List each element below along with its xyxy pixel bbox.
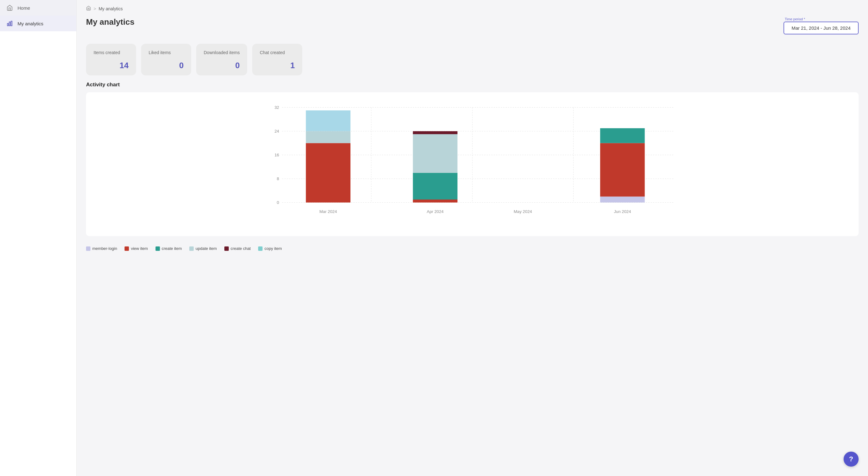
legend-item-view-item: view item bbox=[125, 246, 148, 251]
stat-value-chat-created: 1 bbox=[260, 61, 295, 70]
breadcrumb-current: My analytics bbox=[99, 6, 123, 11]
bar-jun-member-login bbox=[600, 197, 645, 203]
chart-container: 32 24 16 8 0 bbox=[86, 92, 859, 236]
help-button[interactable]: ? bbox=[844, 452, 859, 467]
legend-item-update-item: update item bbox=[189, 246, 217, 251]
chart-section: Activity chart 32 24 16 8 0 bbox=[77, 82, 868, 242]
chart-legend: member-login view item create item updat… bbox=[77, 242, 868, 253]
svg-text:24: 24 bbox=[274, 129, 279, 133]
stat-card-chat-created: Chat created 1 bbox=[252, 44, 302, 75]
legend-item-create-item: create item bbox=[156, 246, 182, 251]
legend-label-member-login: member-login bbox=[92, 246, 117, 251]
legend-color-member-login bbox=[86, 247, 90, 251]
stats-row: Items created 14 Liked items 0 Downloade… bbox=[77, 41, 868, 82]
home-icon bbox=[6, 4, 13, 11]
breadcrumb-separator: > bbox=[94, 6, 96, 11]
page-title: My analytics bbox=[86, 17, 134, 27]
stat-value-downloaded-items: 0 bbox=[204, 61, 240, 70]
stat-value-items-created: 14 bbox=[94, 61, 129, 70]
legend-item-member-login: member-login bbox=[86, 246, 117, 251]
svg-text:Jun 2024: Jun 2024 bbox=[614, 209, 631, 214]
legend-color-view-item bbox=[125, 247, 129, 251]
svg-text:0: 0 bbox=[277, 200, 279, 205]
bar-apr-create-chat bbox=[413, 131, 458, 134]
bar-apr-view-item bbox=[413, 199, 458, 203]
bar-apr-update-item bbox=[413, 134, 458, 173]
page-header: My analytics Time period * Mar 21, 2024 … bbox=[77, 15, 868, 41]
bar-apr-create-item bbox=[413, 173, 458, 200]
stat-label-downloaded-items: Downloaded items bbox=[204, 50, 240, 55]
bar-mar-create-item bbox=[306, 110, 351, 131]
svg-text:Apr 2024: Apr 2024 bbox=[427, 209, 444, 214]
svg-rect-0 bbox=[7, 24, 8, 26]
main-content: > My analytics My analytics Time period … bbox=[77, 0, 868, 476]
time-period-selector[interactable]: Mar 21, 2024 - Jun 28, 2024 bbox=[783, 22, 859, 34]
legend-label-copy-item: copy item bbox=[265, 246, 282, 251]
svg-text:Mar 2024: Mar 2024 bbox=[319, 209, 337, 214]
time-period-label: Time period * bbox=[783, 17, 805, 21]
stat-value-liked-items: 0 bbox=[149, 61, 184, 70]
legend-label-create-chat: create chat bbox=[230, 246, 251, 251]
sidebar-item-my-analytics-label: My analytics bbox=[18, 21, 43, 26]
sidebar-item-home-label: Home bbox=[18, 5, 30, 11]
stat-label-chat-created: Chat created bbox=[260, 50, 295, 55]
svg-text:May 2024: May 2024 bbox=[514, 209, 532, 214]
stat-card-downloaded-items: Downloaded items 0 bbox=[196, 44, 247, 75]
svg-rect-1 bbox=[9, 22, 10, 26]
activity-chart: 32 24 16 8 0 bbox=[89, 98, 856, 217]
stat-label-items-created: Items created bbox=[94, 50, 129, 55]
time-period-wrapper: Time period * Mar 21, 2024 - Jun 28, 202… bbox=[783, 17, 859, 34]
svg-text:16: 16 bbox=[274, 153, 279, 157]
legend-label-view-item: view item bbox=[131, 246, 148, 251]
sidebar-item-home[interactable]: Home bbox=[0, 0, 76, 15]
svg-text:32: 32 bbox=[274, 105, 279, 110]
bar-chart-icon bbox=[6, 20, 13, 27]
legend-label-create-item: create item bbox=[162, 246, 182, 251]
legend-color-copy-item bbox=[258, 247, 262, 251]
breadcrumb-home-icon bbox=[86, 6, 91, 11]
chart-title: Activity chart bbox=[86, 82, 859, 88]
bar-mar-update-item bbox=[306, 131, 351, 143]
legend-item-create-chat: create chat bbox=[224, 246, 251, 251]
svg-rect-2 bbox=[11, 21, 12, 26]
sidebar: Home My analytics bbox=[0, 0, 77, 476]
bar-jun-view-item bbox=[600, 143, 645, 197]
stat-label-liked-items: Liked items bbox=[149, 50, 184, 55]
legend-label-update-item: update item bbox=[195, 246, 217, 251]
legend-color-create-item bbox=[156, 247, 160, 251]
breadcrumb: > My analytics bbox=[77, 0, 868, 15]
stat-card-liked-items: Liked items 0 bbox=[141, 44, 191, 75]
svg-text:8: 8 bbox=[277, 177, 279, 181]
bar-jun-create-item bbox=[600, 128, 645, 143]
sidebar-item-my-analytics[interactable]: My analytics bbox=[0, 15, 76, 31]
stat-card-items-created: Items created 14 bbox=[86, 44, 136, 75]
bar-mar-view-item bbox=[306, 143, 351, 203]
legend-color-create-chat bbox=[224, 247, 229, 251]
legend-color-update-item bbox=[189, 247, 194, 251]
legend-item-copy-item: copy item bbox=[258, 246, 282, 251]
